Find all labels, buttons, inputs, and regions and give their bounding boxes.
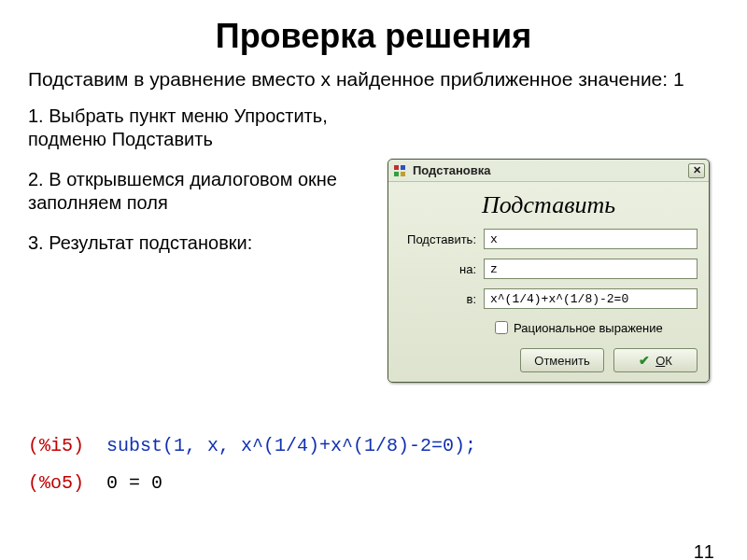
maxima-output: (%i5) subst(1, x, x^(1/4)+x^(1/8)-2=0); … <box>28 427 476 502</box>
code-input-line: (%i5) subst(1, x, x^(1/4)+x^(1/8)-2=0); <box>28 427 476 465</box>
step-1: 1. Выбрать пункт меню Упростить, подменю… <box>28 105 345 151</box>
field-what-row: Подставить: <box>400 229 698 249</box>
cancel-label: Отменить <box>534 354 589 368</box>
rational-checkbox-row[interactable]: Рациональное выражение <box>491 318 698 337</box>
dialog-titlebar[interactable]: Подстановка ✕ <box>388 160 709 182</box>
app-icon <box>392 163 407 178</box>
svg-rect-0 <box>394 165 399 170</box>
field-in-row: в: <box>400 288 698 309</box>
input-with[interactable] <box>484 259 698 279</box>
step-2: 2. В открывшемся диалоговом окне заполня… <box>28 168 345 215</box>
input-command: subst(1, x, x^(1/4)+x^(1/8)-2=0); <box>106 435 476 456</box>
input-what[interactable] <box>484 229 698 249</box>
dialog-body: Подставить Подставить: на: в: Рациональн… <box>388 182 709 382</box>
ok-label: ОК <box>655 354 672 368</box>
output-value: 0 = 0 <box>106 472 162 494</box>
cancel-button[interactable]: Отменить <box>520 348 604 372</box>
label-in: в: <box>400 292 484 306</box>
input-label: (%i5) <box>28 435 84 456</box>
rational-label: Рациональное выражение <box>514 321 663 335</box>
svg-rect-2 <box>394 172 399 176</box>
page-number: 11 <box>694 541 714 560</box>
page-title: Проверка решения <box>0 17 747 56</box>
substitute-dialog: Подстановка ✕ Подставить Подставить: на:… <box>388 159 710 383</box>
dialog-buttons: Отменить ✔ ОК <box>400 348 698 372</box>
ok-button[interactable]: ✔ ОК <box>613 348 698 372</box>
label-with: на: <box>400 262 484 276</box>
input-in[interactable] <box>484 288 698 309</box>
close-icon[interactable]: ✕ <box>688 163 705 178</box>
label-what: Подставить: <box>400 232 484 246</box>
output-label: (%o5) <box>28 472 84 494</box>
dialog-title: Подстановка <box>413 163 688 177</box>
checkmark-icon: ✔ <box>639 353 650 368</box>
svg-rect-3 <box>401 172 405 176</box>
dialog-header: Подставить <box>400 191 698 219</box>
rational-checkbox[interactable] <box>495 321 508 334</box>
intro-text: Подставим в уравнение вместо x найденное… <box>28 67 719 91</box>
step-3: 3. Результат подстановки: <box>28 231 402 255</box>
field-with-row: на: <box>400 259 698 279</box>
svg-rect-1 <box>401 165 405 170</box>
code-output-line: (%o5) 0 = 0 <box>28 465 476 502</box>
